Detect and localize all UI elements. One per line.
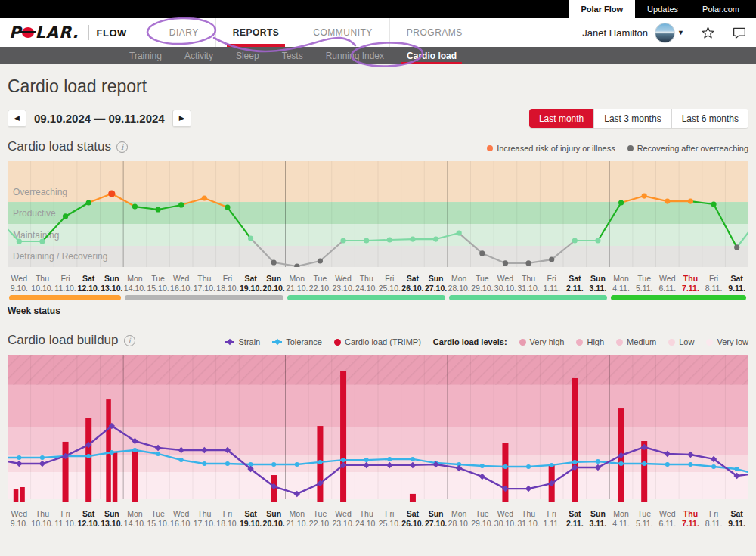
axis-label: Tue22.10.	[308, 274, 332, 293]
level-dot-icon	[576, 339, 583, 346]
axis-label: Thu24.10.	[355, 274, 378, 293]
buildup-legend: StrainToleranceCardio load (TRIMP)Cardio…	[225, 337, 748, 346]
feedback-bubble-icon	[732, 26, 747, 39]
axis-label: Thu31.10.	[517, 509, 541, 528]
report-content: Cardio load report ◀ 09.10.2024 — 09.11.…	[0, 76, 756, 528]
legend-label: Low	[679, 337, 694, 346]
axis-label: Tue15.10.	[147, 274, 170, 293]
legend-item: Strain	[225, 337, 260, 346]
top-bar-tabs: Polar FlowUpdatesPolar.com	[569, 0, 751, 18]
favorite-star-button[interactable]	[701, 26, 715, 40]
axis-label: Sat12.10.	[77, 274, 101, 293]
status-legend: Increased risk of injury or illnessRecov…	[487, 144, 748, 153]
legend-label: Increased risk of injury or illness	[497, 144, 615, 153]
page-title: Cardio load report	[8, 76, 748, 97]
series-marker-icon	[272, 339, 282, 346]
axis-label: Wed9.10.	[8, 509, 31, 528]
nav-item-reports[interactable]: REPORTS	[215, 18, 296, 47]
subnav-item-training[interactable]: Training	[118, 47, 173, 64]
legend-item: Very high	[519, 337, 565, 346]
axis-label: Thu10.10.	[31, 509, 54, 528]
axis-label: Mon14.10.	[123, 274, 147, 293]
legend-item: High	[576, 337, 604, 346]
top-tab-polar-com[interactable]: Polar.com	[690, 0, 751, 18]
range-button-last-6-months[interactable]: Last 6 months	[671, 109, 748, 128]
axis-label: Sat26.10.	[401, 274, 425, 293]
legend-label: High	[587, 337, 604, 346]
series-marker-icon	[225, 339, 234, 346]
legend-dot-icon	[487, 145, 493, 151]
next-period-button[interactable]: ▶	[172, 110, 191, 127]
axis-label: Mon28.10.	[448, 274, 471, 293]
axis-label: Fri25.10.	[378, 274, 401, 293]
legend-dot-icon	[627, 145, 634, 151]
level-dot-icon	[616, 339, 623, 346]
polar-logo-o-icon	[22, 27, 34, 38]
subnav-item-sleep[interactable]: Sleep	[225, 47, 271, 64]
legend-item: Increased risk of injury or illness	[487, 144, 615, 153]
nav-item-programs[interactable]: PROGRAMS	[389, 18, 479, 47]
subnav-item-activity[interactable]: Activity	[173, 47, 225, 64]
axis-label: Tue29.10.	[471, 509, 494, 528]
user-name[interactable]: Janet Hamilton	[582, 27, 648, 39]
axis-label: Fri18.10.	[216, 274, 240, 293]
axis-label: Tue29.10.	[471, 274, 494, 293]
axis-label: Fri11.10.	[54, 274, 77, 293]
axis-label: Sun27.10.	[424, 274, 448, 293]
top-tab-updates[interactable]: Updates	[635, 0, 690, 18]
level-dot-icon	[706, 339, 713, 346]
info-icon[interactable]: i	[124, 335, 135, 346]
marker-diamond	[274, 339, 280, 345]
range-button-last-3-months[interactable]: Last 3 months	[593, 109, 671, 128]
polar-logo[interactable]: PLAR.	[9, 23, 79, 42]
svg-text:Productive: Productive	[13, 208, 56, 219]
axis-label: Wed23.10.	[332, 274, 355, 293]
axis-label: Wed23.10.	[332, 509, 355, 528]
axis-label: Wed30.10.	[494, 274, 517, 293]
feedback-button[interactable]	[732, 26, 747, 39]
legend-label: Medium	[627, 337, 656, 346]
axis-label: Sat9.11.	[725, 509, 748, 528]
top-tab-polar-flow[interactable]: Polar Flow	[569, 0, 635, 18]
level-dot-icon	[668, 339, 675, 346]
axis-label: Sun27.10.	[424, 509, 448, 528]
axis-label: Sun3.11.	[587, 509, 610, 528]
svg-text:Overreaching: Overreaching	[13, 187, 67, 197]
status-chart-axis: Wed9.10.Thu10.10.Fri11.10.Sat12.10.Sun13…	[8, 274, 748, 293]
nav-item-diary[interactable]: DIARY	[153, 18, 215, 47]
axis-label: Mon21.10.	[286, 509, 309, 528]
legend-label: Very high	[530, 337, 565, 346]
axis-label: Mon4.11.	[609, 509, 633, 528]
main-nav: PLAR. FLOW DIARYREPORTSCOMMUNITYPROGRAMS…	[0, 18, 756, 47]
subnav-item-running-index[interactable]: Running Index	[314, 47, 395, 64]
week-status-label: Week status	[8, 306, 748, 316]
axis-label: Tue5.11.	[633, 509, 656, 528]
avatar[interactable]	[655, 23, 675, 43]
chevron-down-icon[interactable]: ▼	[677, 29, 684, 36]
subnav-item-tests[interactable]: Tests	[271, 47, 314, 64]
prev-period-button[interactable]: ◀	[8, 110, 26, 127]
week-status-segment	[287, 295, 445, 300]
axis-label: Wed30.10.	[494, 509, 517, 528]
axis-label: Sat12.10.	[77, 509, 101, 528]
axis-label: Thu17.10.	[193, 274, 216, 293]
axis-label: Thu31.10.	[517, 274, 541, 293]
nav-item-community[interactable]: COMMUNITY	[296, 18, 389, 47]
range-buttons: Last monthLast 3 monthsLast 6 months	[529, 109, 748, 128]
level-dot-icon	[519, 339, 526, 346]
legend-label: Cardio load (TRIMP)	[345, 337, 421, 346]
axis-label: Tue15.10.	[147, 509, 170, 528]
date-range: 09.10.2024 — 09.11.2024	[34, 112, 165, 125]
range-button-last-month[interactable]: Last month	[529, 109, 593, 128]
buildup-chart	[8, 355, 748, 505]
axis-label: Fri11.10.	[54, 509, 77, 528]
axis-label: Sat2.11.	[563, 274, 587, 293]
subnav-item-cardio-load[interactable]: Cardio load	[395, 47, 468, 64]
axis-label: Thu17.10.	[193, 509, 216, 528]
legend-item: Very low	[706, 337, 748, 346]
axis-label: Fri8.11.	[702, 509, 726, 528]
info-icon[interactable]: i	[116, 141, 128, 153]
marker-diamond	[227, 339, 233, 345]
axis-label: Sun13.10.	[101, 274, 124, 293]
legend-item: Low	[668, 337, 694, 346]
